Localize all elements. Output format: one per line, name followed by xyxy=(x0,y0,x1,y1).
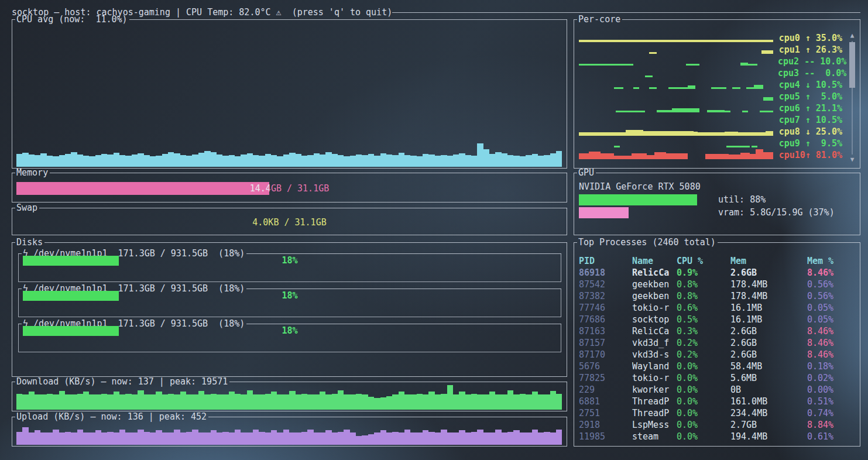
process-row[interactable]: 11985steam0.0%194.4MB0.61% xyxy=(579,431,856,442)
chart-bar xyxy=(289,153,295,167)
process-cell: 0.18% xyxy=(807,361,856,372)
chart-bar xyxy=(119,394,125,410)
process-row[interactable]: 77825tokio-r0.0%5.6MB0.02% xyxy=(579,372,856,384)
chart-bar xyxy=(29,432,35,445)
process-row[interactable]: 77686socktop0.5%16.1MB0.05% xyxy=(579,314,856,325)
chart-bar xyxy=(435,394,441,410)
chart-bar xyxy=(180,432,186,445)
chart-bar xyxy=(538,432,544,445)
chart-bar xyxy=(22,427,28,445)
per-core-rows: cpu0 ↑ 35.0%cpu1 ↑ 26.3%cpu2 -- 10.0%cpu… xyxy=(579,32,842,161)
chart-bar xyxy=(265,154,271,167)
process-cell: 77686 xyxy=(579,314,632,325)
chart-bar xyxy=(410,156,416,167)
per-core-scrollbar[interactable]: ▲ ▼ xyxy=(848,32,856,164)
memory-title: Memory xyxy=(15,167,50,178)
scroll-down-icon[interactable]: ▼ xyxy=(848,156,856,164)
chart-bar xyxy=(344,394,349,410)
column-header[interactable]: Name xyxy=(632,255,677,267)
gpu-util-bar xyxy=(579,194,697,205)
chart-bar xyxy=(374,156,380,167)
process-cell: 0.0% xyxy=(677,431,730,442)
chart-bar xyxy=(119,155,125,167)
scrollbar-thumb[interactable] xyxy=(849,42,855,88)
process-cell: 8.84% xyxy=(807,419,856,431)
chart-bar xyxy=(35,155,40,167)
chart-bar xyxy=(186,156,192,167)
core-label: cpu1 ↑ 26.3% xyxy=(778,44,842,56)
sparkline-segment xyxy=(726,146,750,147)
disk-entry: ϟ/dev/nvme1n1p1 171.3GB / 931.5GB (18%) … xyxy=(18,253,561,282)
process-row[interactable]: 87163RelicCa0.3%2.6GB8.46% xyxy=(579,325,856,337)
chart-bar xyxy=(174,153,180,167)
process-cell: 0.05% xyxy=(807,302,856,314)
chart-bar xyxy=(550,153,556,167)
socktop-terminal: socktop — host: cachyos-gaming | CPU Tem… xyxy=(0,0,868,460)
column-header[interactable]: CPU % xyxy=(677,255,730,267)
chart-bar xyxy=(453,155,459,167)
chart-bar xyxy=(222,394,228,410)
chart-bar xyxy=(356,155,362,167)
chart-bar xyxy=(204,394,210,410)
column-header[interactable]: Mem xyxy=(730,255,807,267)
process-row[interactable]: 87542geekben0.8%178.4MB0.56% xyxy=(579,279,856,290)
process-cell: 0.3% xyxy=(677,325,730,337)
column-header[interactable]: Mem % xyxy=(807,255,856,267)
chart-bar xyxy=(211,394,217,410)
process-row[interactable]: 2751ThreadP0.0%234.4MB0.74% xyxy=(579,407,856,419)
chart-bar xyxy=(156,392,162,410)
process-row[interactable]: 87382geekben0.8%178.4MB0.56% xyxy=(579,290,856,302)
chart-bar xyxy=(253,394,259,410)
cpu-avg-chart xyxy=(16,143,562,167)
chart-bar xyxy=(192,155,198,167)
chart-bar xyxy=(296,154,301,167)
sparkline-segment xyxy=(649,52,657,54)
chart-bar xyxy=(435,156,441,167)
core-sparkline xyxy=(579,114,773,126)
process-row[interactable]: 87170vkd3d-s0.2%2.6GB8.46% xyxy=(579,349,856,361)
chart-bar xyxy=(271,430,277,445)
process-row[interactable]: 5676Wayland0.0%58.4MB0.18% xyxy=(579,361,856,372)
scroll-up-icon[interactable]: ▲ xyxy=(848,32,856,40)
process-cell: 0.9% xyxy=(677,267,730,279)
core-row: cpu0 ↑ 35.0% xyxy=(579,32,842,44)
chart-bar xyxy=(125,156,131,167)
gpu-vram-bar xyxy=(579,207,629,218)
chart-bar xyxy=(156,430,162,445)
chart-bar xyxy=(125,394,131,410)
process-cell: 58.4MB xyxy=(730,361,807,372)
process-cell: 0B xyxy=(730,384,807,396)
process-row[interactable]: 86918RelicCa0.9%2.6GB8.46% xyxy=(579,267,856,279)
chart-bar xyxy=(325,430,331,445)
chart-bar xyxy=(477,430,483,445)
process-row[interactable]: 87157vkd3d_f0.2%2.6GB8.46% xyxy=(579,337,856,349)
process-cell: 0.5% xyxy=(677,314,730,325)
sparkline-segment xyxy=(732,87,740,89)
chart-bar xyxy=(502,432,507,445)
chart-bar xyxy=(544,155,550,167)
process-row[interactable]: 77746tokio-r0.6%16.1MB0.05% xyxy=(579,302,856,314)
chart-bar xyxy=(204,151,210,167)
chart-bar xyxy=(89,432,95,445)
chart-bar xyxy=(265,394,271,410)
chart-bar xyxy=(198,391,204,410)
process-row[interactable]: 229kworker0.0%0B0.00% xyxy=(579,384,856,396)
core-label: cpu8 ↓ 25.0% xyxy=(778,126,842,138)
chart-bar xyxy=(447,385,453,410)
process-cell: 0.56% xyxy=(807,279,856,290)
chart-bar xyxy=(107,432,113,445)
chart-bar xyxy=(47,156,53,167)
app-title-bar: socktop — host: cachyos-gaming | CPU Tem… xyxy=(12,6,860,18)
download-chart xyxy=(16,385,562,410)
chart-bar xyxy=(71,152,77,167)
process-row[interactable]: 6881ThreadP0.0%161.0MB0.51% xyxy=(579,396,856,407)
core-row: cpu2 -- 10.0% xyxy=(579,56,842,67)
chart-bar xyxy=(53,156,59,167)
chart-bar xyxy=(399,392,404,410)
chart-bar xyxy=(71,394,77,410)
disks-panel: Disks ϟ/dev/nvme1n1p1 171.3GB / 931.5GB … xyxy=(12,242,567,377)
process-row[interactable]: 2918LspMess0.0%2.7GB8.84% xyxy=(579,419,856,431)
chart-bar xyxy=(22,153,28,167)
process-cell: 8.46% xyxy=(807,267,856,279)
column-header[interactable]: PID xyxy=(579,255,632,267)
